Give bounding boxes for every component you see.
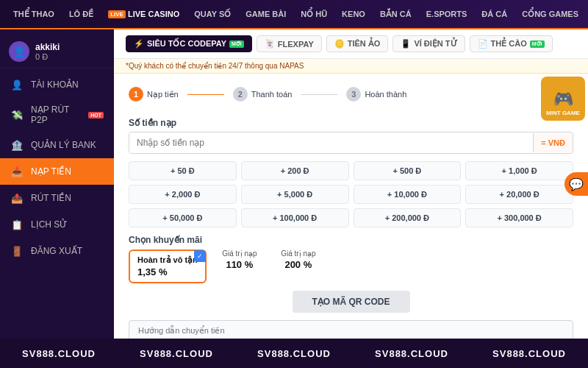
amount-btn-6[interactable]: + 10,000 Đ xyxy=(354,185,462,204)
sidebar-icon-rut-tien: 📤 xyxy=(10,191,24,205)
sidebar-item-dang-xuat[interactable]: 🚪ĐĂNG XUẤT xyxy=(0,238,114,264)
sidebar-user: 👤 akkiki 0 Đ xyxy=(0,35,114,68)
main-layout: 👤 akkiki 0 Đ 👤TÀI KHOẢN💸NẠP RÚT P2PHOT🏦Q… xyxy=(0,29,588,339)
main-content: ⚡ SIÊU TỐC CODEPAY MỚI 🃏 FLEXPAY 🪙 TIÊN … xyxy=(114,29,588,339)
username: akkiki xyxy=(35,42,60,52)
footer-brand-2: SV888.CLOUD xyxy=(140,348,213,359)
tab-codepay[interactable]: ⚡ SIÊU TỐC CODEPAY MỚI xyxy=(126,35,252,52)
amount-unit: = VNĐ xyxy=(533,133,573,152)
sidebar-item-tai-khoan[interactable]: 👤TÀI KHOẢN xyxy=(0,71,114,98)
sidebar-item-rut-tien[interactable]: 📤RÚT TIỀN xyxy=(0,185,114,211)
promo-card-title: Hoàn trả vô tận xyxy=(137,255,198,265)
nav-item-cong-games[interactable]: CỔNG GAMES xyxy=(514,0,586,28)
amount-btn-11[interactable]: + 300,000 Đ xyxy=(465,208,573,227)
sidebar-label-quan-ly-bank: QUẢN LÝ BANK xyxy=(31,140,96,150)
payment-tabs: ⚡ SIÊU TỐC CODEPAY MỚI 🃏 FLEXPAY 🪙 TIÊN … xyxy=(114,29,588,59)
step-1: 1 Nạp tiền xyxy=(129,87,179,102)
svg-text:🎮: 🎮 xyxy=(553,89,574,109)
sidebar: 👤 akkiki 0 Đ 👤TÀI KHOẢN💸NẠP RÚT P2PHOT🏦Q… xyxy=(0,29,114,339)
footer-brand-4: SV888.CLOUD xyxy=(375,348,448,359)
nav-item-live-casino[interactable]: LIVELIVE CASINO xyxy=(101,0,187,28)
top-nav: const d = JSON.parse(document.getElement… xyxy=(0,0,588,29)
tab-the-cao[interactable]: 📄 THẺ CÀO MỚI xyxy=(470,35,553,52)
amount-btn-10[interactable]: + 200,000 Đ xyxy=(354,208,462,227)
nav-item-game-bai[interactable]: GAME BÀI xyxy=(238,0,293,28)
promo-card-selected[interactable]: ✓ Hoàn trả vô tận 1,35 % xyxy=(129,250,207,283)
qr-code-button[interactable]: TẠO MÃ QR CODE xyxy=(293,291,410,313)
nav-item-quay-so[interactable]: QUAY SỐ xyxy=(187,0,238,28)
sidebar-label-lich-su: LỊCH SỬ xyxy=(31,219,67,230)
chat-button[interactable]: 💬 xyxy=(564,172,588,196)
promo-info-2: Giá trị nạp 200 % xyxy=(273,250,324,270)
step-connector-2 xyxy=(301,94,337,95)
sidebar-icon-dang-xuat: 🚪 xyxy=(10,244,24,258)
sidebar-icon-lich-su: 📋 xyxy=(10,218,24,231)
promo-rate2-value: 200 % xyxy=(273,259,324,270)
nav-item-lo-de[interactable]: LÔ ĐỀ xyxy=(62,0,101,28)
footer-brand-5: SV888.CLOUD xyxy=(492,348,566,359)
footer-brand-1: SV888.CLOUD xyxy=(22,348,96,359)
sidebar-item-lich-su[interactable]: 📋LỊCH SỬ xyxy=(0,211,114,238)
lightning-icon: ⚡ xyxy=(134,39,144,49)
svg-text:MINT GAME: MINT GAME xyxy=(546,110,580,116)
tab-vi-dien-tu[interactable]: 📱 VÍ ĐIỆN TỬ xyxy=(392,35,465,52)
step-connector-1 xyxy=(187,94,224,95)
sidebar-label-tai-khoan: TÀI KHOẢN xyxy=(31,79,79,90)
nav-item-da-ca[interactable]: ĐÁ CÁ xyxy=(474,0,514,28)
notice-bar: *Quý khách có thể chuyển tiền 24/7 thông… xyxy=(114,59,588,74)
mint-logo: 🎮 MINT GAME xyxy=(541,77,585,121)
sidebar-icon-tai-khoan: 👤 xyxy=(10,78,24,91)
new-badge-codepay: MỚI xyxy=(229,40,244,48)
amount-input[interactable] xyxy=(129,132,533,153)
promo-rate1-label: Giá trị nạp xyxy=(214,250,265,258)
nav-item-e-sports[interactable]: E.SPORTS xyxy=(419,0,475,28)
wallet-icon: 📱 xyxy=(401,39,411,49)
amount-btn-9[interactable]: + 100,000 Đ xyxy=(241,208,349,227)
avatar: 👤 xyxy=(9,41,29,62)
nav-item-the-thao[interactable]: THỂ THAO xyxy=(6,0,62,28)
sidebar-item-quan-ly-bank[interactable]: 🏦QUẢN LÝ BANK xyxy=(0,132,114,158)
sidebar-item-nap-tien[interactable]: 📥NẠP TIỀN xyxy=(0,158,114,185)
hot-badge-nap-rut-p2p: HOT xyxy=(88,112,104,118)
nav-item-ban-ca[interactable]: BẮN CÁ xyxy=(373,0,419,28)
sidebar-label-dang-xuat: ĐĂNG XUẤT xyxy=(31,246,82,256)
amount-label: Số tiền nạp xyxy=(129,118,573,128)
amount-btn-3[interactable]: + 1,000 Đ xyxy=(465,161,573,180)
amount-btn-4[interactable]: + 2,000 Đ xyxy=(129,185,237,204)
amount-btn-8[interactable]: + 50,000 Đ xyxy=(129,208,237,227)
promo-rate2-label: Giá trị nạp xyxy=(273,250,324,258)
amount-input-row: = VNĐ xyxy=(129,132,573,154)
nav-item-keno[interactable]: KENO xyxy=(334,0,373,28)
user-balance: 0 Đ xyxy=(35,52,60,61)
new-badge-the-cao: MỚI xyxy=(530,40,545,48)
promo-info-1: Giá trị nạp 110 % xyxy=(214,250,265,270)
amount-btn-2[interactable]: + 500 Đ xyxy=(354,161,462,180)
sidebar-label-nap-rut-p2p: NẠP RÚT P2P xyxy=(31,105,79,125)
promo-cards: ✓ Hoàn trả vô tận 1,35 % Giá trị nạp 110… xyxy=(129,250,573,283)
sidebar-label-nap-tien: NẠP TIỀN xyxy=(31,166,71,177)
tab-tien-ao[interactable]: 🪙 TIÊN ẢO xyxy=(326,35,389,52)
nav-item-no-hu[interactable]: NỔ HŨ xyxy=(293,0,334,28)
card-icon-2: 📄 xyxy=(478,39,488,49)
amount-btn-1[interactable]: + 200 Đ xyxy=(241,161,349,180)
promo-rate1-value: 110 % xyxy=(214,259,265,270)
sidebar-icon-nap-rut-p2p: 💸 xyxy=(10,108,24,121)
amount-btn-7[interactable]: + 20,000 Đ xyxy=(465,185,573,204)
amount-btn-5[interactable]: + 5,000 Đ xyxy=(241,185,349,204)
step-2: 2 Thanh toán xyxy=(233,87,293,102)
steps: 1 Nạp tiền 2 Thanh toán 3 Hoàn thành xyxy=(129,81,573,107)
amount-btn-0[interactable]: + 50 Đ xyxy=(129,161,237,180)
transfer-guide[interactable]: Hướng dẫn chuyển tiền xyxy=(129,320,573,339)
coin-icon: 🪙 xyxy=(334,39,345,49)
step-3: 3 Hoàn thành xyxy=(346,87,406,102)
tab-flexpay[interactable]: 🃏 FLEXPAY xyxy=(257,35,322,52)
sidebar-item-nap-rut-p2p[interactable]: 💸NẠP RÚT P2PHOT xyxy=(0,98,114,132)
sidebar-label-rut-tien: RÚT TIỀN xyxy=(31,193,71,203)
amount-grid: + 50 Đ+ 200 Đ+ 500 Đ+ 1,000 Đ+ 2,000 Đ+ … xyxy=(129,161,573,227)
promo-label: Chọn khuyến mãi xyxy=(129,235,573,245)
footer-brand-3: SV888.CLOUD xyxy=(257,348,331,359)
deposit-form: 🎮 MINT GAME 1 Nạp tiền 2 Thanh toán 3 xyxy=(114,74,588,339)
promo-section: Chọn khuyến mãi ✓ Hoàn trả vô tận 1,35 %… xyxy=(129,235,573,283)
sidebar-icon-nap-tien: 📥 xyxy=(10,165,24,178)
card-icon: 🃏 xyxy=(265,39,275,49)
